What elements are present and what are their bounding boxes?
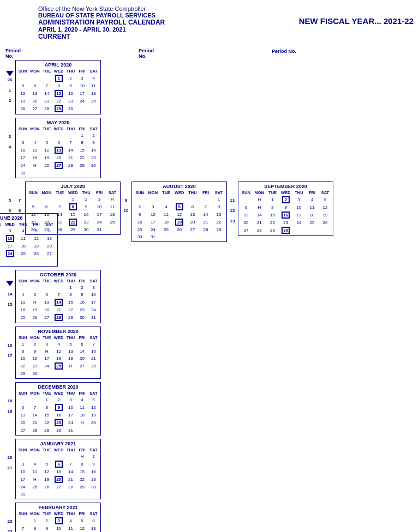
header-line1: Office of the New York State Comptroller bbox=[38, 5, 165, 12]
jan2021-period-21: 21 bbox=[8, 466, 13, 470]
col-fri: FRI bbox=[76, 68, 87, 74]
may2020-grid: SUNMONTUEWEDTHUFRISAT 12 3456789 101 bbox=[17, 126, 99, 177]
table-row: 3456789 bbox=[17, 460, 99, 468]
table-row: H2 bbox=[17, 453, 99, 460]
table-row: 14151617181920 bbox=[0, 243, 56, 250]
period-no-label-right2: Period No. bbox=[272, 49, 296, 54]
day-1: 1 bbox=[55, 75, 63, 82]
may2020-calendar: MAY 2020 SUNMONTUEWEDTHUFRISAT 12 bbox=[15, 118, 101, 178]
table-row: 12131415161718 bbox=[27, 211, 119, 218]
sep2020-section: 11 12 13 SEPTEMBER 2020 SUNMONTUEWEDTHUF… bbox=[228, 182, 333, 236]
table-row: 22232425H2728 bbox=[17, 362, 99, 370]
main-content: 26 1 2 APRIL 2020 SUN MON TUE WED bbox=[5, 60, 414, 532]
page-container: Office of the New York State Comptroller… bbox=[5, 5, 414, 532]
aug2020-grid: SUNMONTUEWEDTHUFRISAT 1 2345678 9101 bbox=[133, 190, 225, 240]
jan2021-grid: SUNMONTUEWEDTHUFRISAT H2 3456789 101 bbox=[17, 447, 99, 498]
april-period-1: 1 bbox=[9, 88, 11, 93]
may2020-title: MAY 2020 bbox=[17, 119, 99, 126]
header-line5: CURRENT bbox=[38, 33, 165, 40]
table-row: 18192021222324 bbox=[17, 306, 99, 313]
table-row: 2930 bbox=[17, 370, 99, 377]
dec2020-calendar: DECEMBER 2020 SUNMONTUEWEDTHUFRISAT 1234… bbox=[15, 382, 101, 436]
table-row: 24H2627282930 bbox=[17, 161, 99, 170]
dec2020-section: 18 19 DECEMBER 2020 SUNMONTUEWEDTHUFRISA… bbox=[5, 382, 101, 436]
table-row: 1234567 bbox=[17, 341, 99, 348]
table-row: 23242526272829 bbox=[133, 226, 225, 233]
sep2020-title: SEPTEMBER 2020 bbox=[240, 183, 332, 190]
table-row: 11H1314151617 bbox=[17, 298, 99, 306]
dec2020-grid: SUNMONTUEWEDTHUFRISAT 12345 6789101112 bbox=[17, 390, 99, 434]
header-line4: APRIL 1, 2020 - APRIL 30, 2021 bbox=[38, 26, 165, 33]
col-sun: SUN bbox=[17, 68, 29, 74]
may-period-4: 4 bbox=[9, 144, 11, 149]
july-period-8: 8 bbox=[19, 208, 21, 213]
oct-triangle bbox=[6, 281, 14, 286]
col-sat: SAT bbox=[88, 68, 99, 74]
feb2021-title: FEBRUARY 2021 bbox=[17, 504, 99, 511]
col-wed: WED bbox=[52, 68, 64, 74]
table-row: 6789101112 bbox=[17, 403, 99, 412]
dec-period-18: 18 bbox=[8, 398, 13, 403]
table-row: 5 6 7 8 9 10 11 bbox=[17, 82, 99, 89]
april2020-section: 26 1 2 APRIL 2020 SUN MON TUE WED bbox=[5, 60, 101, 114]
table-row: 17181920212223 bbox=[17, 154, 99, 161]
table-row: 262728293031 bbox=[27, 226, 119, 233]
table-row: 31 bbox=[17, 491, 99, 498]
jan2021-period-20: 20 bbox=[8, 455, 13, 460]
sep-period-12: 12 bbox=[230, 208, 235, 213]
table-row: 15161718192021 bbox=[17, 355, 99, 362]
nov2020-section: 16 17 NOVEMBER 2020 SUNMONTUEWEDTHUFRISA… bbox=[5, 327, 101, 379]
table-row: 567891011 bbox=[27, 203, 119, 211]
table-row: 13141516171819 bbox=[17, 412, 99, 419]
table-row: 10111213141516 bbox=[17, 468, 99, 475]
oct2020-title: OCTOBER 2020 bbox=[17, 271, 99, 278]
col-tue: TUE bbox=[41, 68, 52, 74]
june-period-5: 5 bbox=[9, 198, 11, 203]
table-row: 10111213141516 bbox=[17, 146, 99, 154]
april2020-grid: SUN MON TUE WED THU FRI SAT bbox=[17, 68, 99, 113]
oct-period-15: 15 bbox=[8, 302, 13, 307]
june-period-6: 6 bbox=[9, 208, 11, 213]
sep-period-13: 13 bbox=[230, 219, 235, 223]
table-row: 123 bbox=[17, 284, 99, 291]
day-29: 29 bbox=[55, 105, 63, 112]
table-row: 3031 bbox=[133, 233, 225, 240]
table-row: 17H1920212223 bbox=[17, 475, 99, 483]
table-row: 16171819202122 bbox=[133, 218, 225, 226]
nov2020-grid: SUNMONTUEWEDTHUFRISAT 1234567 89H1213141… bbox=[17, 335, 99, 377]
oct2020-section: 14 15 OCTOBER 2020 SUNMONTUEWEDTHUFRISAT bbox=[5, 270, 101, 323]
table-row: H12345 bbox=[240, 196, 332, 204]
dec-period-19: 19 bbox=[8, 409, 13, 414]
table-row: 25262728293031 bbox=[17, 313, 99, 322]
nov-period-17: 17 bbox=[8, 353, 13, 358]
july2020-grid: SUNMONTUEWEDTHUFRISAT 123H 567891011 bbox=[27, 190, 119, 233]
table-row: 31 bbox=[17, 170, 99, 177]
table-row: 45678910 bbox=[17, 291, 99, 298]
table-row: 282930 bbox=[0, 258, 56, 265]
dec2020-title: DECEMBER 2020 bbox=[17, 384, 99, 390]
table-row: 123H bbox=[27, 196, 119, 203]
june2020-section: 5 6 JUNE 2020 SUNMONTUEWEDTHUFRISAT bbox=[5, 182, 101, 267]
oct2020-calendar: OCTOBER 2020 SUNMONTUEWEDTHUFRISAT 123 bbox=[15, 270, 101, 323]
table-row: 78910111213 bbox=[17, 525, 99, 532]
feb2021-calendar: FEBRUARY 2021 SUNMONTUEWEDTHUFRISAT 1234… bbox=[15, 503, 101, 532]
table-row: 89H12131416 bbox=[17, 348, 99, 355]
table-row: 19202122232425 bbox=[27, 218, 119, 226]
sep2020-grid: SUNMONTUEWEDTHUFRISAT H12345 6H89101112 bbox=[240, 190, 332, 234]
july2020-calendar: JULY 2020 SUNMONTUEWEDTHUFRISAT 123H bbox=[25, 182, 121, 235]
period-no-label-left: PeriodNo. bbox=[5, 48, 21, 59]
table-row: 1 bbox=[133, 196, 225, 203]
header-section: Office of the New York State Comptroller… bbox=[5, 5, 414, 45]
oct2020-grid: SUNMONTUEWEDTHUFRISAT 123 45678910 1 bbox=[17, 278, 99, 322]
header-left: Office of the New York State Comptroller… bbox=[5, 5, 165, 40]
feb2021-period-22: 22 bbox=[8, 519, 13, 524]
jan2021-calendar: JANUARY 2021 SUNMONTUEWEDTHUFRISAT H2 bbox=[15, 439, 101, 499]
nov2020-calendar: NOVEMBER 2020 SUNMONTUEWEDTHUFRISAT 1234… bbox=[15, 327, 101, 379]
may-period-3: 3 bbox=[9, 134, 11, 139]
aug2020-calendar: AUGUST 2020 SUNMONTUEWEDTHUFRISAT 1 bbox=[131, 182, 227, 242]
nov2020-title: NOVEMBER 2020 bbox=[17, 328, 99, 335]
april-triangle bbox=[6, 71, 14, 76]
header-line2: BUREAU OF STATE PAYROLL SERVICES bbox=[38, 12, 165, 19]
nov-period-16: 16 bbox=[8, 343, 13, 348]
col-thu: THU bbox=[65, 68, 77, 74]
